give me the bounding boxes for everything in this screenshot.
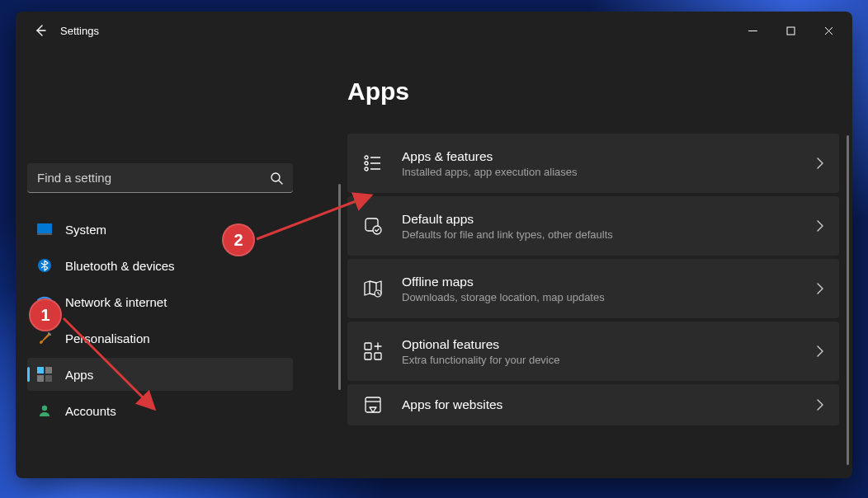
map-icon [362,280,384,298]
sidebar-item-bluetooth[interactable]: Bluetooth & devices [27,249,293,282]
sidebar-item-label: Network & internet [65,295,167,309]
card-title: Offline maps [402,275,798,289]
card-optional-features[interactable]: Optional features Extra functionality fo… [347,322,839,381]
svg-rect-9 [45,375,52,382]
card-subtitle: Extra functionality for your device [402,354,798,366]
svg-rect-7 [45,367,52,374]
card-offline-maps[interactable]: Offline maps Downloads, storage location… [347,259,839,318]
chevron-right-icon [816,220,824,232]
settings-cards: Apps & features Installed apps, app exec… [347,134,839,425]
maximize-icon [786,26,795,35]
annotation-arrow-2 [253,191,377,245]
main-panel: Apps Apps & features Installed apps, app… [304,49,852,478]
search-input[interactable] [37,171,270,185]
svg-rect-19 [375,353,381,359]
apps-icon [37,367,52,382]
svg-rect-17 [365,343,371,350]
chevron-right-icon [816,399,824,411]
svg-rect-0 [787,27,795,35]
card-title: Apps & features [402,149,798,164]
card-title: Apps for websites [402,397,798,412]
back-button[interactable] [26,16,55,45]
bluetooth-icon [37,258,52,273]
display-icon [37,222,52,237]
card-apps-for-websites[interactable]: Apps for websites [347,384,839,425]
svg-rect-20 [366,397,380,412]
annotation-badge-2: 2 [222,223,255,256]
list-icon [362,155,384,171]
arrow-left-icon [34,24,47,37]
annotation-badge-1: 1 [29,298,62,331]
svg-rect-3 [37,233,52,235]
card-title: Optional features [402,337,798,352]
main-scrollbar[interactable] [847,135,849,465]
brush-icon [37,331,52,345]
svg-rect-8 [37,375,44,382]
sidebar-item-network[interactable]: Network & internet [27,285,293,318]
maximize-button[interactable] [771,15,809,46]
grid-plus-icon [362,342,384,360]
search-box[interactable] [27,163,293,193]
svg-rect-18 [365,353,371,359]
minimize-button[interactable] [734,15,771,46]
svg-point-1 [271,173,280,181]
app-title: Settings [60,25,99,37]
annotation-arrow-1 [60,315,167,422]
sidebar-item-label: System [65,223,106,237]
close-icon [824,26,833,35]
page-title: Apps [347,78,839,106]
svg-point-12 [365,162,368,165]
card-apps-and-features[interactable]: Apps & features Installed apps, app exec… [347,134,839,193]
card-subtitle: Installed apps, app execution aliases [402,166,798,178]
search-icon [270,171,283,185]
card-title: Default apps [402,212,798,227]
svg-point-10 [42,406,47,411]
card-subtitle: Downloads, storage location, map updates [402,291,798,303]
website-icon [362,396,384,414]
close-button[interactable] [809,15,847,46]
person-icon [37,403,52,418]
card-default-apps[interactable]: Default apps Defaults for file and link … [347,196,839,256]
titlebar: Settings [16,12,852,49]
svg-point-11 [365,156,368,159]
chevron-right-icon [816,283,824,294]
settings-window: Settings System [16,12,852,478]
svg-point-13 [365,167,368,171]
sidebar-item-label: Bluetooth & devices [65,259,175,273]
chevron-right-icon [816,157,824,169]
card-subtitle: Defaults for file and link types, other … [402,228,798,241]
minimize-icon [748,26,757,35]
svg-rect-6 [37,367,44,374]
chevron-right-icon [816,345,824,357]
svg-rect-2 [37,223,52,233]
